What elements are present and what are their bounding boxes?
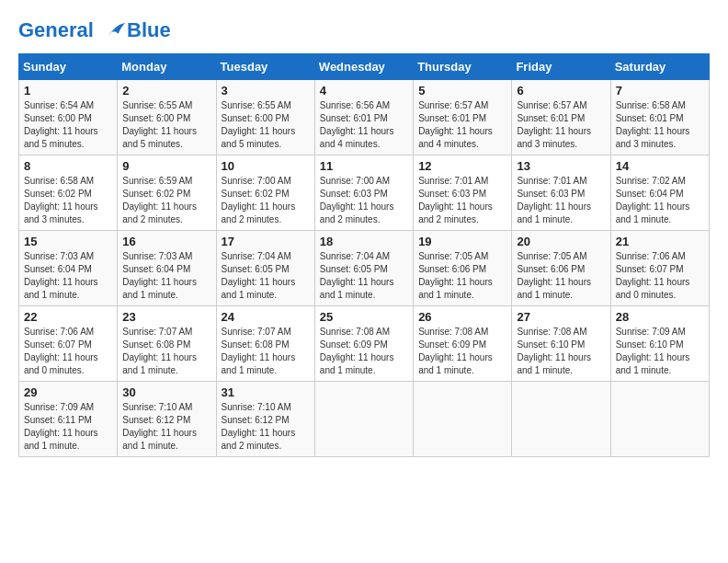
sunset-line: Sunset: 6:00 PM bbox=[222, 113, 290, 123]
day-number: 16 bbox=[122, 235, 210, 248]
day-number: 13 bbox=[517, 159, 605, 173]
logo-blue: Blue bbox=[127, 18, 171, 42]
day-info: Sunrise: 7:03 AMSunset: 6:04 PMDaylight:… bbox=[122, 250, 210, 302]
daylight-line: Daylight: 11 hours and 1 minute. bbox=[517, 201, 591, 224]
sunrise-line: Sunrise: 7:01 AM bbox=[517, 176, 586, 186]
sunset-line: Sunset: 6:05 PM bbox=[320, 264, 388, 274]
weekday-sunday: Sunday bbox=[19, 54, 118, 80]
sunrise-line: Sunrise: 6:55 AM bbox=[222, 100, 291, 110]
calendar-cell: 30Sunrise: 7:10 AMSunset: 6:12 PMDayligh… bbox=[118, 382, 216, 457]
sunrise-line: Sunrise: 7:01 AM bbox=[418, 176, 488, 186]
logo-bird-icon bbox=[101, 18, 127, 44]
day-number: 10 bbox=[222, 159, 310, 173]
day-info: Sunrise: 7:08 AMSunset: 6:10 PMDaylight:… bbox=[517, 326, 605, 377]
sunrise-line: Sunrise: 7:08 AM bbox=[418, 327, 488, 337]
calendar-cell: 18Sunrise: 7:04 AMSunset: 6:05 PMDayligh… bbox=[314, 231, 413, 306]
sunset-line: Sunset: 6:02 PM bbox=[222, 189, 290, 199]
sunset-line: Sunset: 6:05 PM bbox=[222, 264, 290, 274]
calendar-cell: 4Sunrise: 6:56 AMSunset: 6:01 PMDaylight… bbox=[314, 80, 413, 155]
week-row-3: 15Sunrise: 7:03 AMSunset: 6:04 PMDayligh… bbox=[19, 231, 710, 306]
sunset-line: Sunset: 6:01 PM bbox=[517, 113, 585, 123]
day-info: Sunrise: 7:08 AMSunset: 6:09 PMDaylight:… bbox=[320, 326, 408, 377]
daylight-line: Daylight: 11 hours and 0 minutes. bbox=[616, 277, 690, 300]
calendar-cell bbox=[314, 382, 413, 457]
sunset-line: Sunset: 6:00 PM bbox=[24, 113, 92, 123]
sunset-line: Sunset: 6:12 PM bbox=[122, 415, 190, 425]
day-number: 17 bbox=[222, 235, 310, 248]
weekday-wednesday: Wednesday bbox=[314, 54, 413, 80]
sunrise-line: Sunrise: 6:56 AM bbox=[320, 100, 390, 110]
calendar-cell: 25Sunrise: 7:08 AMSunset: 6:09 PMDayligh… bbox=[314, 306, 413, 382]
daylight-line: Daylight: 11 hours and 1 minute. bbox=[222, 277, 296, 300]
sunrise-line: Sunrise: 6:57 AM bbox=[418, 100, 488, 110]
calendar-cell: 7Sunrise: 6:58 AMSunset: 6:01 PMDaylight… bbox=[610, 80, 709, 155]
week-row-1: 1Sunrise: 6:54 AMSunset: 6:00 PMDaylight… bbox=[19, 80, 710, 155]
daylight-line: Daylight: 11 hours and 1 minute. bbox=[517, 277, 591, 300]
week-row-2: 8Sunrise: 6:58 AMSunset: 6:02 PMDaylight… bbox=[19, 155, 710, 231]
sunrise-line: Sunrise: 6:57 AM bbox=[517, 100, 586, 110]
sunset-line: Sunset: 6:11 PM bbox=[24, 415, 92, 425]
day-info: Sunrise: 7:07 AMSunset: 6:08 PMDaylight:… bbox=[122, 326, 210, 377]
sunrise-line: Sunrise: 7:09 AM bbox=[24, 402, 94, 412]
sunset-line: Sunset: 6:00 PM bbox=[122, 113, 190, 123]
calendar-cell bbox=[414, 382, 512, 457]
day-info: Sunrise: 6:59 AMSunset: 6:02 PMDaylight:… bbox=[122, 175, 210, 226]
calendar-cell: 5Sunrise: 6:57 AMSunset: 6:01 PMDaylight… bbox=[414, 80, 512, 155]
day-number: 28 bbox=[616, 310, 704, 324]
sunset-line: Sunset: 6:09 PM bbox=[320, 339, 388, 350]
daylight-line: Daylight: 11 hours and 1 minute. bbox=[122, 352, 197, 375]
calendar-cell: 24Sunrise: 7:07 AMSunset: 6:08 PMDayligh… bbox=[216, 306, 314, 382]
daylight-line: Daylight: 11 hours and 1 minute. bbox=[616, 201, 690, 224]
day-info: Sunrise: 7:10 AMSunset: 6:12 PMDaylight:… bbox=[122, 401, 210, 453]
daylight-line: Daylight: 11 hours and 2 minutes. bbox=[222, 201, 296, 224]
daylight-line: Daylight: 11 hours and 2 minutes. bbox=[222, 428, 296, 451]
sunset-line: Sunset: 6:06 PM bbox=[517, 264, 585, 274]
calendar-cell: 22Sunrise: 7:06 AMSunset: 6:07 PMDayligh… bbox=[19, 306, 118, 382]
week-row-4: 22Sunrise: 7:06 AMSunset: 6:07 PMDayligh… bbox=[19, 306, 710, 382]
daylight-line: Daylight: 11 hours and 4 minutes. bbox=[320, 126, 394, 149]
sunset-line: Sunset: 6:03 PM bbox=[320, 189, 388, 199]
logo: General Blue bbox=[18, 18, 171, 44]
daylight-line: Daylight: 11 hours and 0 minutes. bbox=[24, 352, 98, 375]
day-number: 14 bbox=[616, 159, 704, 173]
daylight-line: Daylight: 11 hours and 3 minutes. bbox=[24, 201, 98, 224]
sunrise-line: Sunrise: 7:08 AM bbox=[320, 327, 390, 337]
calendar-cell: 2Sunrise: 6:55 AMSunset: 6:00 PMDaylight… bbox=[118, 80, 216, 155]
sunrise-line: Sunrise: 7:04 AM bbox=[320, 251, 390, 261]
week-row-5: 29Sunrise: 7:09 AMSunset: 6:11 PMDayligh… bbox=[19, 382, 710, 457]
calendar-cell bbox=[512, 382, 610, 457]
sunrise-line: Sunrise: 7:05 AM bbox=[418, 251, 488, 261]
daylight-line: Daylight: 11 hours and 1 minute. bbox=[24, 428, 98, 451]
day-info: Sunrise: 7:10 AMSunset: 6:12 PMDaylight:… bbox=[222, 401, 310, 453]
day-number: 7 bbox=[616, 84, 704, 98]
day-info: Sunrise: 7:06 AMSunset: 6:07 PMDaylight:… bbox=[24, 326, 112, 377]
sunset-line: Sunset: 6:04 PM bbox=[24, 264, 92, 274]
sunset-line: Sunset: 6:08 PM bbox=[222, 339, 290, 350]
day-number: 26 bbox=[418, 310, 506, 324]
sunrise-line: Sunrise: 7:00 AM bbox=[320, 176, 390, 186]
calendar-cell: 17Sunrise: 7:04 AMSunset: 6:05 PMDayligh… bbox=[216, 231, 314, 306]
daylight-line: Daylight: 11 hours and 5 minutes. bbox=[24, 126, 98, 149]
day-number: 31 bbox=[222, 385, 310, 399]
sunset-line: Sunset: 6:09 PM bbox=[418, 339, 486, 350]
day-info: Sunrise: 6:57 AMSunset: 6:01 PMDaylight:… bbox=[418, 99, 506, 151]
day-info: Sunrise: 7:05 AMSunset: 6:06 PMDaylight:… bbox=[418, 250, 506, 302]
daylight-line: Daylight: 11 hours and 2 minutes. bbox=[418, 201, 493, 224]
sunset-line: Sunset: 6:03 PM bbox=[517, 189, 585, 199]
calendar-cell: 31Sunrise: 7:10 AMSunset: 6:12 PMDayligh… bbox=[216, 382, 314, 457]
weekday-saturday: Saturday bbox=[610, 54, 709, 80]
daylight-line: Daylight: 11 hours and 1 minute. bbox=[616, 352, 690, 375]
day-info: Sunrise: 7:08 AMSunset: 6:09 PMDaylight:… bbox=[418, 326, 506, 377]
calendar-table: SundayMondayTuesdayWednesdayThursdayFrid… bbox=[18, 53, 710, 457]
sunset-line: Sunset: 6:04 PM bbox=[122, 264, 190, 274]
day-number: 4 bbox=[320, 84, 408, 98]
day-number: 19 bbox=[418, 235, 506, 248]
sunset-line: Sunset: 6:07 PM bbox=[616, 264, 684, 274]
day-info: Sunrise: 7:01 AMSunset: 6:03 PMDaylight:… bbox=[517, 175, 605, 226]
sunrise-line: Sunrise: 7:07 AM bbox=[122, 327, 192, 337]
calendar-cell: 19Sunrise: 7:05 AMSunset: 6:06 PMDayligh… bbox=[414, 231, 512, 306]
day-number: 12 bbox=[418, 159, 506, 173]
calendar-cell: 9Sunrise: 6:59 AMSunset: 6:02 PMDaylight… bbox=[118, 155, 216, 231]
sunrise-line: Sunrise: 7:02 AM bbox=[616, 176, 686, 186]
daylight-line: Daylight: 11 hours and 1 minute. bbox=[122, 277, 197, 300]
